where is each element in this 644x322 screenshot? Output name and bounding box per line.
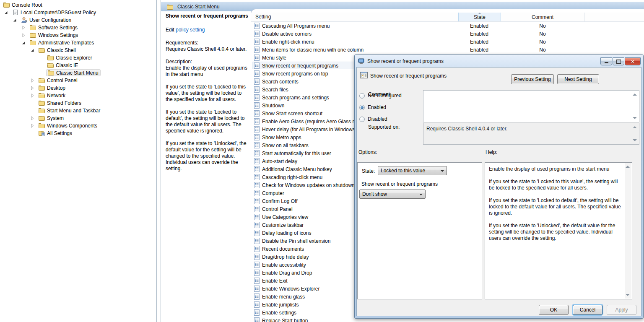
folder-icon bbox=[38, 122, 45, 129]
radio-label: Enabled bbox=[368, 104, 386, 110]
show-programs-dropdown[interactable]: Don't show bbox=[359, 190, 426, 199]
scroll-down-icon[interactable] bbox=[633, 139, 637, 141]
setting-item-icon bbox=[254, 94, 260, 101]
description-section: Description: Enable the display of used … bbox=[166, 59, 250, 78]
column-separator[interactable] bbox=[584, 13, 585, 21]
help-paragraph: If you set the state to 'Unlocked', the … bbox=[489, 223, 623, 242]
column-header-setting[interactable]: Setting bbox=[255, 14, 271, 20]
setting-comment: No bbox=[501, 31, 584, 37]
collapse-arrow-icon[interactable] bbox=[13, 18, 18, 23]
expand-arrow-icon[interactable] bbox=[30, 78, 35, 83]
tree-item[interactable]: Shared Folders bbox=[0, 99, 156, 107]
scroll-up-icon[interactable] bbox=[633, 126, 637, 128]
tree-item[interactable]: Windows Settings bbox=[0, 31, 156, 39]
dialog-titlebar[interactable]: Show recent or frequent programs bbox=[355, 55, 643, 67]
tree-item[interactable]: Desktop bbox=[0, 84, 156, 92]
ok-button[interactable]: OK bbox=[539, 305, 569, 315]
close-button[interactable]: × bbox=[625, 57, 641, 65]
scroll-up-icon[interactable] bbox=[626, 166, 630, 168]
setting-item-icon bbox=[254, 198, 260, 204]
settings-list-row[interactable]: Cascading All Programs menuEnabledNo bbox=[251, 22, 644, 30]
folder-icon bbox=[47, 70, 55, 76]
pane-header-title: Classic Start Menu bbox=[177, 4, 220, 10]
scroll-up-icon[interactable] bbox=[633, 93, 637, 96]
setting-comment: No bbox=[501, 47, 584, 53]
tree-item[interactable]: Network bbox=[0, 92, 156, 99]
help-paragraph: If you set the state to 'Locked to defau… bbox=[489, 197, 623, 216]
expand-arrow-icon[interactable] bbox=[21, 33, 26, 38]
help-text: Enable the display of used programs in t… bbox=[485, 163, 625, 299]
requirements-label: Requirements: bbox=[166, 40, 250, 46]
comment-input[interactable] bbox=[423, 90, 639, 122]
setting-name: Confirm Log Off bbox=[262, 198, 297, 204]
tree-item[interactable]: Console Root bbox=[0, 1, 156, 9]
setting-name: Show recent programs on top bbox=[262, 71, 328, 77]
scroll-down-icon[interactable] bbox=[626, 294, 630, 296]
setting-item-icon bbox=[254, 190, 260, 196]
setting-item-icon bbox=[254, 270, 260, 276]
setting-comment: No bbox=[501, 23, 584, 29]
tree-item[interactable]: Classic Shell bbox=[0, 47, 156, 54]
minimize-button[interactable] bbox=[600, 57, 612, 65]
description-paragraph: If you set the state to 'Locked to this … bbox=[166, 84, 250, 103]
expand-arrow-icon[interactable] bbox=[30, 123, 35, 128]
expand-arrow-icon[interactable] bbox=[30, 93, 35, 98]
folder-icon bbox=[38, 92, 45, 99]
tree-item[interactable]: User Configuration bbox=[0, 16, 156, 24]
setting-comment: No bbox=[501, 39, 584, 45]
comment-scrollbar bbox=[632, 91, 639, 122]
setting-name: Drag/drop hide delay bbox=[262, 254, 309, 260]
tree-item[interactable]: Classic Start Menu bbox=[0, 69, 156, 77]
tree-item[interactable]: Classic IE bbox=[0, 62, 156, 69]
help-paragraph: If you set the state to 'Locked to this … bbox=[489, 179, 623, 191]
setting-name: Enable Exit bbox=[262, 278, 288, 284]
setting-name: Start automatically for this user bbox=[262, 151, 331, 156]
apply-button[interactable]: Apply bbox=[607, 305, 636, 315]
setting-name: Enable Windows Explorer bbox=[262, 286, 319, 292]
setting-name: Show Metro apps bbox=[262, 135, 301, 140]
tree-item[interactable]: Control Panel bbox=[0, 77, 156, 84]
folder-icon bbox=[29, 39, 36, 46]
setting-name: Search files bbox=[262, 87, 288, 93]
collapse-arrow-icon[interactable] bbox=[21, 40, 26, 45]
settings-list-row[interactable]: Disable active cornersEnabledNo bbox=[251, 30, 644, 38]
previous-setting-button[interactable]: Previous Setting bbox=[511, 74, 554, 84]
tree-item[interactable]: Local Computer\DPSGuest Policy bbox=[0, 9, 156, 16]
state-dropdown[interactable]: Locked to this value bbox=[378, 166, 447, 175]
next-setting-button[interactable]: Next Setting bbox=[557, 74, 599, 84]
setting-item-icon bbox=[254, 78, 260, 85]
setting-state: Enabled bbox=[458, 39, 500, 45]
settings-list-row[interactable]: Enable right-click menuEnabledNo bbox=[251, 38, 644, 46]
folder-icon bbox=[29, 32, 36, 38]
setting-item-icon bbox=[254, 86, 260, 93]
expand-arrow-icon[interactable] bbox=[21, 25, 26, 30]
tree-item[interactable]: Windows Components bbox=[0, 122, 156, 130]
settings-list-row[interactable]: Menu items for classic menu with one col… bbox=[251, 46, 644, 54]
setting-name: Recent documents bbox=[262, 246, 304, 252]
setting-icon bbox=[360, 72, 368, 78]
tree-item[interactable]: System bbox=[0, 114, 156, 122]
tree-item[interactable]: Classic Explorer bbox=[0, 54, 156, 62]
expand-arrow-icon[interactable] bbox=[30, 86, 35, 91]
tree-item-label: Windows Components bbox=[47, 123, 97, 129]
column-header-state[interactable]: State bbox=[458, 13, 501, 21]
folder-icon bbox=[29, 24, 36, 31]
scroll-down-icon[interactable] bbox=[633, 117, 637, 119]
folder-icon bbox=[38, 85, 45, 91]
tree-item[interactable]: All Settings bbox=[0, 130, 156, 137]
cancel-button[interactable]: Cancel bbox=[573, 305, 602, 315]
expand-arrow-icon[interactable] bbox=[30, 116, 35, 121]
setting-item-icon bbox=[254, 206, 260, 212]
tree-item[interactable]: Software Settings bbox=[0, 24, 156, 31]
setting-name: Enable menu glass bbox=[262, 294, 305, 300]
radio-enabled[interactable]: Enabled bbox=[359, 104, 386, 111]
collapse-arrow-icon[interactable] bbox=[30, 48, 35, 53]
maximize-button[interactable] bbox=[613, 57, 624, 65]
collapse-arrow-icon[interactable] bbox=[4, 10, 9, 15]
edit-policy-setting-link[interactable]: policy setting bbox=[176, 27, 205, 33]
setting-item-icon bbox=[254, 55, 260, 61]
tree-item[interactable]: Administrative Templates bbox=[0, 39, 156, 47]
tree-item[interactable]: Start Menu and Taskbar bbox=[0, 107, 156, 114]
column-header-comment[interactable]: Comment bbox=[501, 13, 584, 21]
radio-disabled[interactable]: Disabled bbox=[359, 115, 387, 123]
